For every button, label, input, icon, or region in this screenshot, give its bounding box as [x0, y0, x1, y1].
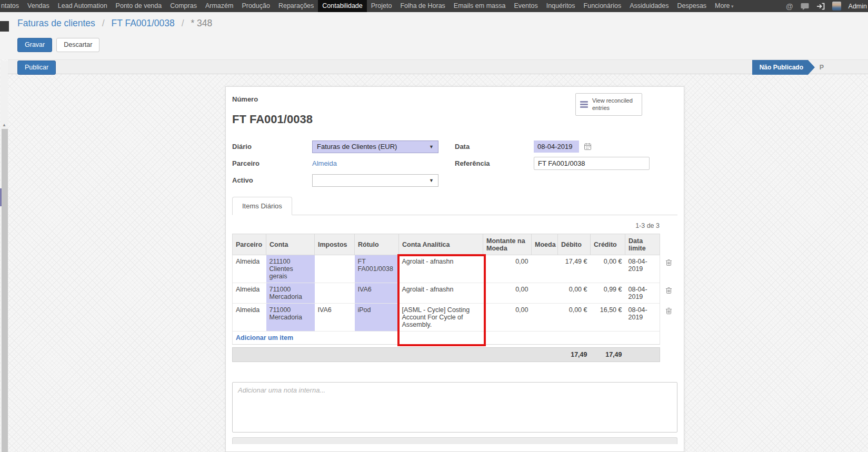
user-avatar[interactable]: [832, 2, 841, 11]
top-navbar: ntatosVendasLead AutomationPonto de vend…: [0, 0, 868, 12]
menu-produ-o[interactable]: Produção: [237, 0, 274, 12]
table-row: Almeida211100 Clientes geraisFT FA001/00…: [233, 255, 678, 283]
breadcrumb-invoice-link[interactable]: FT FA001/0038: [111, 18, 174, 28]
scrollbar-up-arrow-icon[interactable]: ▲: [2, 123, 6, 127]
cell-montante[interactable]: 0,00: [483, 304, 532, 332]
cell-credito[interactable]: 0,00 €: [591, 255, 625, 283]
form-buttons: Gravar Descartar: [17, 38, 99, 52]
cell-rotulo[interactable]: iPod: [355, 304, 399, 332]
chevron-down-icon: ▼: [429, 144, 434, 149]
list-pager: 1-3 de 3: [232, 222, 660, 229]
menu-repara-es[interactable]: Reparações: [274, 0, 318, 12]
internal-note-textarea[interactable]: [232, 382, 677, 433]
delete-row-button[interactable]: [660, 304, 678, 332]
cell-data-limite[interactable]: 08-04-2019: [625, 304, 660, 332]
left-edge-accent: [0, 188, 2, 206]
cell-rotulo[interactable]: FT FA001/0038: [355, 255, 399, 283]
diario-select[interactable]: Faturas de Clientes (EUR) ▼: [312, 140, 438, 153]
menu-despesas[interactable]: Despesas: [673, 0, 711, 12]
trash-icon[interactable]: [665, 259, 672, 266]
menu-inqu-ritos[interactable]: Inquéritos: [542, 0, 580, 12]
cell-debito[interactable]: 17,49 €: [558, 255, 591, 283]
menu-ponto-de-venda[interactable]: Ponto de venda: [112, 0, 166, 12]
user-name[interactable]: Admin: [849, 3, 867, 10]
breadcrumb-faturas-link[interactable]: Faturas de clientes: [17, 18, 95, 28]
tab-items-diarios[interactable]: Items Diários: [232, 197, 292, 215]
date-input[interactable]: 08-04-2019: [534, 140, 579, 153]
status-nao-publicado[interactable]: Não Publicado: [752, 60, 815, 75]
cell-moeda[interactable]: [532, 255, 558, 283]
menu-emails-em-massa[interactable]: Emails em massa: [450, 0, 510, 12]
cell-parceiro[interactable]: Almeida: [233, 255, 266, 283]
cell-data-limite[interactable]: 08-04-2019: [625, 255, 660, 283]
col-conta: Conta: [266, 234, 315, 255]
vertical-scrollbar-thumb[interactable]: [2, 129, 8, 452]
menu-assiduidades[interactable]: Assiduidades: [625, 0, 673, 12]
cell-conta-analitica[interactable]: Agrolait - afnashn: [399, 255, 483, 283]
at-icon[interactable]: @: [786, 2, 793, 11]
cell-impostos[interactable]: IVA6: [315, 304, 355, 332]
sign-in-icon[interactable]: [816, 3, 825, 10]
cell-debito[interactable]: 0,00 €: [558, 283, 591, 304]
table-row: Almeida711000 MercadoriaIVA6Agrolait - a…: [233, 283, 678, 304]
diario-label: Diário: [232, 143, 312, 150]
cell-impostos[interactable]: [315, 283, 355, 304]
cell-parceiro[interactable]: Almeida: [233, 283, 266, 304]
sheet: Número View reconciled entries FT FA001/…: [225, 86, 684, 452]
cell-conta[interactable]: 711000 Mercadoria: [266, 304, 315, 332]
vertical-scrollbar-track[interactable]: ▲: [1, 61, 8, 452]
menu-ntatos[interactable]: ntatos: [0, 0, 23, 12]
cell-moeda[interactable]: [532, 304, 558, 332]
cell-rotulo[interactable]: IVA6: [355, 283, 399, 304]
calendar-icon[interactable]: [584, 143, 592, 150]
cell-conta[interactable]: 211100 Clientes gerais: [266, 255, 315, 283]
cell-impostos[interactable]: [315, 255, 355, 283]
delete-row-button[interactable]: [660, 255, 678, 283]
cell-moeda[interactable]: [532, 283, 558, 304]
publish-button[interactable]: Publicar: [17, 61, 56, 75]
breadcrumb: Faturas de clientes / FT FA001/0038 / * …: [17, 18, 212, 29]
chat-icon[interactable]: [801, 3, 809, 10]
cell-conta-analitica[interactable]: Agrolait - afnashn: [399, 283, 483, 304]
add-item-link[interactable]: Adicionar um item: [236, 334, 293, 341]
navbar-items: ntatosVendasLead AutomationPonto de vend…: [0, 0, 738, 12]
form-fields: Diário Faturas de Clientes (EUR) ▼ Parce…: [232, 140, 677, 190]
save-button[interactable]: Gravar: [17, 38, 52, 52]
referencia-input[interactable]: [534, 157, 650, 170]
menu-armaz-m[interactable]: Armazém: [201, 0, 237, 12]
menu-lead-automation[interactable]: Lead Automation: [54, 0, 112, 12]
col-parceiro: Parceiro: [233, 234, 266, 255]
footer-bar: [232, 437, 677, 444]
trash-icon[interactable]: [665, 287, 672, 294]
view-reconciled-button[interactable]: View reconciled entries: [575, 93, 642, 116]
breadcrumb-separator: /: [182, 18, 184, 28]
cell-credito[interactable]: 0,99 €: [591, 283, 625, 304]
cell-montante[interactable]: 0,00: [483, 255, 532, 283]
cell-credito[interactable]: 16,50 €: [591, 304, 625, 332]
menu-compras[interactable]: Compras: [166, 0, 201, 12]
table-body: Almeida211100 Clientes geraisFT FA001/00…: [233, 255, 678, 332]
trash-icon[interactable]: [665, 307, 672, 315]
menu-projeto[interactable]: Projeto: [367, 0, 396, 12]
menu-more[interactable]: More ▾: [711, 0, 738, 12]
discard-button[interactable]: Descartar: [56, 38, 99, 52]
cell-parceiro[interactable]: Almeida: [233, 304, 266, 332]
menu-funcion-rios[interactable]: Funcionários: [580, 0, 626, 12]
delete-row-button[interactable]: [660, 283, 678, 304]
cell-montante[interactable]: 0,00: [483, 283, 532, 304]
cell-debito[interactable]: 0,00 €: [558, 304, 591, 332]
menu-eventos[interactable]: Eventos: [510, 0, 542, 12]
menu-contabilidade[interactable]: Contabilidade: [318, 0, 366, 12]
parceiro-link[interactable]: Almeida: [312, 159, 337, 167]
cell-conta-analitica[interactable]: [ASML - Cycle] Costing Account For Cycle…: [399, 304, 483, 332]
status-next-partial[interactable]: P: [820, 60, 824, 75]
notebook-tabbar: Items Diários: [232, 197, 677, 215]
collapsed-panel-corner: [0, 21, 9, 32]
menu-vendas[interactable]: Vendas: [23, 0, 54, 12]
cell-data-limite[interactable]: 08-04-2019: [625, 283, 660, 304]
activo-select[interactable]: ▼: [312, 174, 438, 187]
form-left-column: Diário Faturas de Clientes (EUR) ▼ Parce…: [232, 140, 455, 190]
menu-folha-de-horas[interactable]: Folha de Horas: [396, 0, 449, 12]
table-row: Almeida711000 MercadoriaIVA6iPod[ASML - …: [233, 304, 678, 332]
cell-conta[interactable]: 711000 Mercadoria: [266, 283, 315, 304]
